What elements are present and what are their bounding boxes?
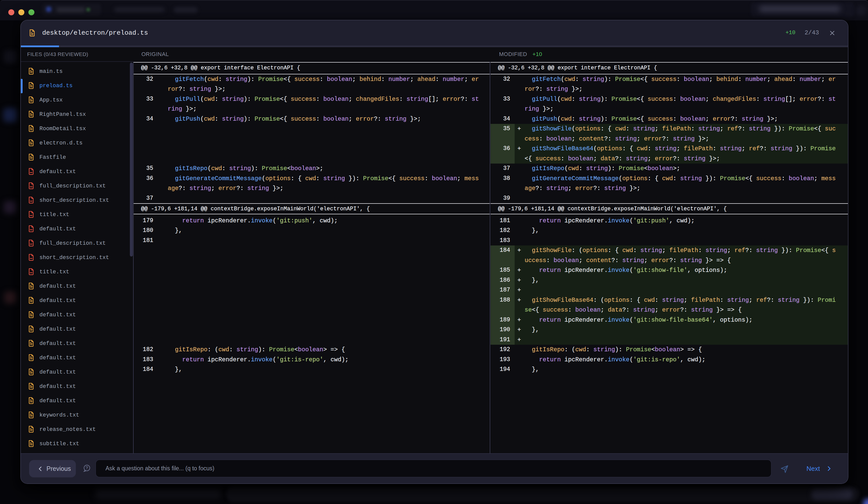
svg-text:?: ? bbox=[86, 466, 88, 470]
